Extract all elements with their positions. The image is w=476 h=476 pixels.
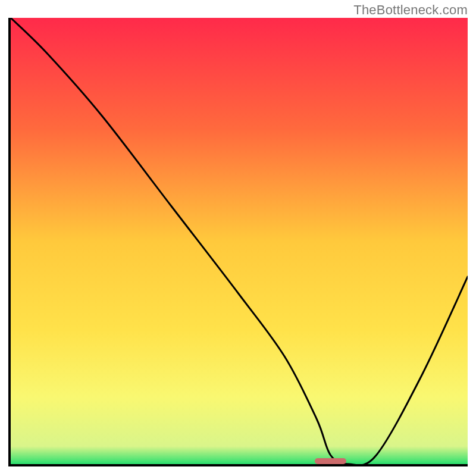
plot-area [8, 18, 468, 466]
optimal-marker [315, 458, 347, 464]
gradient-background [11, 18, 468, 464]
watermark-text: TheBottleneck.com [353, 2, 468, 18]
bg-rect [11, 18, 468, 464]
chart-container: TheBottleneck.com [0, 0, 476, 476]
